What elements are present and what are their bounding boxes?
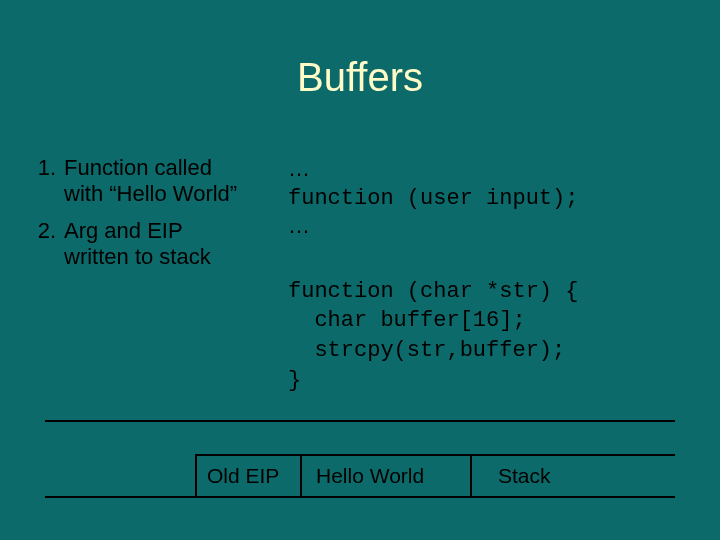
code-line: … xyxy=(288,156,310,181)
stack-cell-arg: Hello World xyxy=(300,454,470,496)
step-item: 2. Arg and EIP written to stack xyxy=(22,218,282,271)
step-number: 2. xyxy=(22,218,64,271)
code-line: strcpy(str,buffer); xyxy=(288,338,565,363)
slide: Buffers 1. Function called with “Hello W… xyxy=(0,0,720,540)
step-text: Function called with “Hello World” xyxy=(64,155,282,208)
stack-row: Old EIP Hello World Stack xyxy=(45,454,675,498)
stack-rule xyxy=(45,420,675,454)
step-line: Arg and EIP xyxy=(64,218,183,243)
step-text: Arg and EIP written to stack xyxy=(64,218,282,271)
code-line: … xyxy=(288,213,310,238)
code-column: … function (user input); … function (cha… xyxy=(282,155,710,395)
code-line: function (user input); xyxy=(288,186,578,211)
caller-code: … function (user input); … xyxy=(288,155,710,242)
step-line: with “Hello World” xyxy=(64,181,237,206)
step-line: Function called xyxy=(64,155,212,180)
stack-cell-old-eip: Old EIP xyxy=(195,454,300,496)
step-number: 1. xyxy=(22,155,64,208)
stack-diagram: Old EIP Hello World Stack xyxy=(45,420,675,498)
slide-body: 1. Function called with “Hello World” 2.… xyxy=(22,155,710,395)
steps-list: 1. Function called with “Hello World” 2.… xyxy=(22,155,282,395)
slide-title: Buffers xyxy=(0,0,720,100)
code-line: } xyxy=(288,368,301,393)
stack-cell-label: Stack xyxy=(470,454,675,496)
code-line: function (char *str) { xyxy=(288,279,578,304)
step-item: 1. Function called with “Hello World” xyxy=(22,155,282,208)
function-code: function (char *str) { char buffer[16]; … xyxy=(288,277,710,396)
step-line: written to stack xyxy=(64,244,211,269)
code-line: char buffer[16]; xyxy=(288,308,526,333)
